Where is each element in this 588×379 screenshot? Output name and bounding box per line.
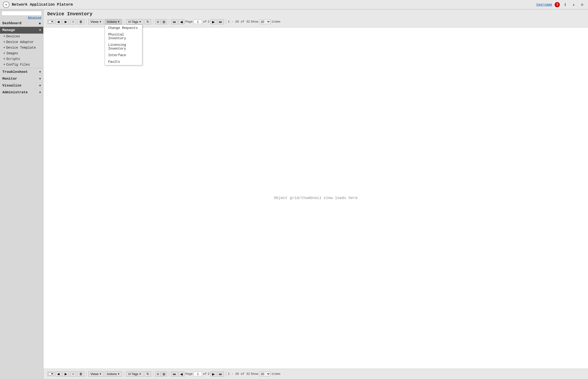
views-caret: ▼ xyxy=(99,20,101,23)
sidebar-search-box[interactable] xyxy=(1,11,42,16)
advanced-link[interactable]: Advanced xyxy=(0,16,43,20)
actions-dropdown-container[interactable]: Actions ▼ Change Requests Physical Inven… xyxy=(105,19,122,24)
sidebar-item-troubleshoot[interactable]: Troubleshoot ▼ xyxy=(0,69,43,75)
grid-view-button[interactable]: ⊞ xyxy=(161,19,167,24)
sidebar-item-device-template[interactable]: + Device Template xyxy=(0,45,43,50)
bottom-back-button[interactable]: ◀ xyxy=(55,371,62,377)
page-title: Device Inventory xyxy=(47,11,584,17)
notification-badge[interactable]: 3 xyxy=(554,2,560,7)
action-licensing-inventory[interactable]: Licensing Inventory xyxy=(105,42,142,52)
visualize-arrow: ▼ xyxy=(39,84,41,87)
action-faults[interactable]: Faults xyxy=(105,59,142,65)
troubleshoot-label: Troubleshoot xyxy=(2,70,28,74)
actions-button[interactable]: Actions ▼ xyxy=(105,19,122,24)
bottom-last-page-button[interactable]: ⏭ xyxy=(217,371,224,377)
search-input[interactable] xyxy=(3,12,40,15)
star-icon[interactable]: ★ xyxy=(571,2,577,8)
views-dropdown-container[interactable]: Views ▼ xyxy=(88,19,104,24)
scripts-label: Scripts xyxy=(6,57,20,61)
items-label: items xyxy=(271,20,281,23)
bottom-items-label: items xyxy=(271,372,281,376)
next-page-button[interactable]: ▶ xyxy=(211,19,216,24)
sidebar-item-config-files[interactable]: + Config Files xyxy=(0,62,43,67)
bottom-tags-button[interactable]: 🏷 Tags ▼ xyxy=(126,371,143,377)
sidebar-item-visualize[interactable]: Visualize ▼ xyxy=(0,82,43,89)
action-physical-inventory[interactable]: Physical Inventory xyxy=(105,31,142,42)
first-page-button[interactable]: ⏮ xyxy=(171,19,178,24)
checkbox-input[interactable] xyxy=(49,20,51,23)
sidebar-item-administrate[interactable]: Administrate ▼ xyxy=(0,89,43,96)
bottom-actions-button[interactable]: Actions ▼ xyxy=(105,371,122,377)
bottom-checkbox-input[interactable] xyxy=(49,372,51,376)
prev-page-button[interactable]: ◀ xyxy=(179,19,185,24)
views-button[interactable]: Views ▼ xyxy=(88,19,104,24)
manage-label: Manage xyxy=(2,28,15,32)
bottom-tag-icon: 🏷 xyxy=(128,372,131,376)
bottom-sep-3 xyxy=(153,371,153,377)
sidebar-item-dashboard[interactable]: Dashboard ▲ xyxy=(0,20,43,27)
sidebar: Advanced Dashboard ▲ Manage ▼ + Devices … xyxy=(0,9,44,379)
tags-label: Tags xyxy=(132,20,138,23)
sidebar-item-monitor[interactable]: Monitor ▼ xyxy=(0,75,43,82)
add-button[interactable]: + xyxy=(70,19,76,24)
bottom-checkbox-caret[interactable]: ▼ xyxy=(51,373,53,375)
show-select[interactable]: 20 50 100 xyxy=(259,19,270,24)
sidebar-item-device-adaptor[interactable]: + Device Adaptor xyxy=(0,39,43,45)
bottom-refresh-button[interactable]: ↻ xyxy=(144,371,151,377)
actions-caret: ▼ xyxy=(118,20,120,23)
bottom-prev-page-button[interactable]: ◀ xyxy=(179,371,185,377)
sidebar-item-manage[interactable]: Manage ▼ xyxy=(0,27,43,34)
select-all-checkbox[interactable]: ▼ xyxy=(47,19,54,24)
bottom-page-total: 2 xyxy=(208,372,210,376)
devices-label: Devices xyxy=(6,34,20,38)
bottom-sep-4 xyxy=(169,371,169,377)
sidebar-item-devices[interactable]: + Devices xyxy=(0,34,43,39)
back-button[interactable]: ◀ xyxy=(55,19,62,24)
manage-arrow: ▼ xyxy=(39,29,41,32)
action-interface[interactable]: Interface xyxy=(105,52,142,59)
bottom-grid-view-button[interactable]: ⊞ xyxy=(161,371,167,377)
troubleshoot-arrow: ▼ xyxy=(39,70,41,74)
bottom-views-button[interactable]: Views ▼ xyxy=(88,371,104,377)
bottom-forward-button[interactable]: ▶ xyxy=(63,371,69,377)
bottom-next-page-button[interactable]: ▶ xyxy=(211,371,216,377)
bottom-page-label: Page xyxy=(185,372,193,376)
tags-caret: ▼ xyxy=(139,20,141,23)
main-layout: Advanced Dashboard ▲ Manage ▼ + Devices … xyxy=(0,9,588,379)
actions-menu: Change Requests Physical Inventory Licen… xyxy=(105,24,142,65)
bottom-delete-button[interactable]: 🗑 xyxy=(77,371,84,377)
last-page-button[interactable]: ⏭ xyxy=(217,19,224,24)
separator-4 xyxy=(169,19,169,24)
bottom-page-input[interactable] xyxy=(194,372,202,376)
page-total: 2 xyxy=(208,20,210,23)
device-adaptor-label: Device Adaptor xyxy=(6,40,34,44)
logo-icon: ● xyxy=(5,3,7,6)
settings-icon[interactable]: ⚙ xyxy=(579,2,585,8)
administrate-label: Administrate xyxy=(2,91,28,95)
view-toggle-group: ≡ ⊞ xyxy=(155,19,167,24)
list-view-button[interactable]: ≡ xyxy=(155,19,160,24)
sidebar-item-scripts[interactable]: + Scripts xyxy=(0,56,43,62)
bottom-select-all-checkbox[interactable]: ▼ xyxy=(47,372,54,376)
refresh-button[interactable]: ↻ xyxy=(144,19,151,24)
tag-icon: 🏷 xyxy=(128,20,131,23)
bottom-show-select[interactable]: 20 50 100 xyxy=(259,371,270,376)
sidebar-divider-1 xyxy=(0,68,43,68)
tags-button[interactable]: 🏷 Tags ▼ xyxy=(126,19,143,24)
bottom-list-view-button[interactable]: ≡ xyxy=(155,371,160,377)
action-change-requests[interactable]: Change Requests xyxy=(105,25,142,31)
bottom-first-page-button[interactable]: ⏮ xyxy=(171,371,178,377)
images-label: Images xyxy=(6,51,18,55)
monitor-arrow: ▼ xyxy=(39,77,41,80)
delete-button[interactable]: 🗑 xyxy=(77,19,84,24)
page-input[interactable] xyxy=(194,19,202,24)
checkbox-caret[interactable]: ▼ xyxy=(51,20,53,23)
sidebar-item-images[interactable]: + Images xyxy=(0,50,43,56)
info-icon[interactable]: ℹ xyxy=(562,2,568,8)
bottom-add-button[interactable]: + xyxy=(70,371,76,377)
forward-button[interactable]: ▶ xyxy=(63,19,69,24)
app-logo: ● xyxy=(3,1,9,8)
topbar-right: Username 3 ℹ ★ ⚙ xyxy=(537,2,585,8)
bottom-items-range: 1 - 20 of 32 xyxy=(228,372,250,376)
username-link[interactable]: Username xyxy=(537,3,552,7)
